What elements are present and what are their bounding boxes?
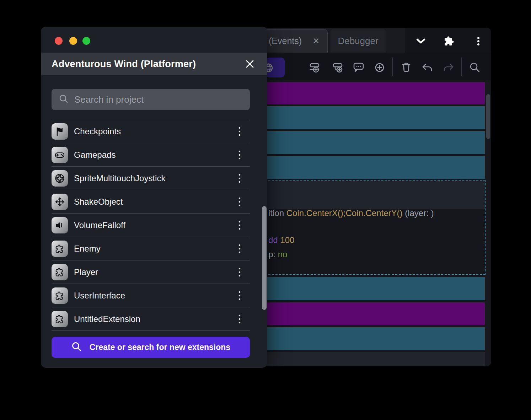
project-search[interactable]	[52, 89, 250, 110]
macos-close-button[interactable]	[55, 37, 63, 45]
macos-zoom-button[interactable]	[82, 37, 90, 45]
gamepad-icon	[52, 147, 68, 163]
list-item-label: Gamepads	[74, 150, 116, 160]
code-fragment: 100	[280, 235, 294, 245]
list-item-label: Player	[74, 267, 98, 277]
project-manager-header: Adventurous Wind (Platformer)	[41, 53, 267, 75]
create-extension-button[interactable]: Create or search for new extensions	[52, 337, 250, 358]
event-row[interactable]	[265, 82, 485, 104]
tab-debugger[interactable]: Debugger	[331, 29, 386, 53]
list-item-spritemultitouchjoystick[interactable]: SpriteMultitouchJoystick	[41, 167, 267, 190]
code-fragment: Coin.CenterX();Coin.CenterY()	[286, 208, 403, 218]
event-row-selected[interactable]: ition Coin.CenterX();Coin.CenterY() (lay…	[265, 180, 486, 275]
list-item-label: VolumeFalloff	[74, 220, 125, 230]
joystick-icon	[52, 170, 68, 187]
globe-button[interactable]	[266, 58, 285, 77]
move-arrows-icon	[52, 194, 68, 210]
project-title: Adventurous Wind (Platformer)	[52, 59, 196, 70]
globe-icon	[266, 61, 275, 75]
item-menu-icon[interactable]	[238, 314, 241, 324]
list-item-shakeobject[interactable]: ShakeObject	[41, 190, 267, 214]
item-menu-icon[interactable]	[238, 244, 241, 254]
search-events-icon[interactable]	[468, 60, 482, 75]
macos-minimize-button[interactable]	[69, 37, 77, 45]
item-menu-icon[interactable]	[238, 150, 241, 160]
event-condition-text: ition Coin.CenterX();Coin.CenterY() (lay…	[268, 208, 434, 218]
code-fragment: (layer: )	[402, 208, 434, 218]
tab-close-icon[interactable]: ✕	[313, 37, 320, 45]
chevron-down-icon[interactable]	[414, 35, 427, 48]
add-event-icon[interactable]	[308, 60, 322, 75]
list-item-volumefalloff[interactable]: VolumeFalloff	[41, 214, 267, 237]
event-action-text: p: no	[268, 249, 287, 259]
item-menu-icon[interactable]	[238, 267, 241, 277]
toolbar-divider	[461, 58, 462, 76]
list-item-label: UserInterface	[74, 291, 125, 301]
code-fragment: no	[278, 249, 288, 259]
panel-scrollbar-thumb[interactable]	[262, 206, 267, 310]
event-row[interactable]	[265, 277, 485, 300]
item-menu-icon[interactable]	[238, 220, 241, 230]
puzzle-icon	[52, 264, 68, 280]
list-item-label: Checkpoints	[74, 126, 121, 136]
toolbar-divider	[392, 58, 393, 76]
list-item-gamepads[interactable]: Gamepads	[41, 143, 267, 167]
kebab-menu-icon[interactable]	[472, 35, 485, 48]
list-item-label: Enemy	[74, 244, 101, 254]
search-icon	[59, 94, 69, 105]
add-sub-event-icon[interactable]	[331, 60, 345, 75]
list-item-label: SpriteMultitouchJoystick	[74, 173, 165, 183]
item-menu-icon[interactable]	[238, 173, 241, 183]
undo-icon[interactable]	[420, 60, 434, 75]
event-condition-block[interactable]	[266, 181, 485, 209]
tab-debugger-label: Debugger	[338, 36, 378, 47]
code-fragment: ition	[268, 208, 286, 218]
event-action-text: dd 100	[268, 235, 294, 245]
list-item-userinterface[interactable]: UserInterface	[41, 284, 267, 307]
flag-icon	[52, 123, 68, 140]
list-item-player[interactable]: Player	[41, 260, 267, 284]
tab-events-label: (Events)	[269, 36, 302, 46]
events-footer	[265, 352, 485, 366]
code-fragment: dd	[268, 235, 280, 245]
add-circle-icon[interactable]	[372, 60, 387, 75]
project-manager-panel: Adventurous Wind (Platformer) Checkpoint…	[41, 27, 267, 368]
event-row[interactable]	[265, 106, 485, 129]
event-row[interactable]	[265, 131, 485, 154]
search-input[interactable]	[74, 94, 243, 105]
trash-icon[interactable]	[399, 60, 413, 75]
event-row[interactable]	[265, 302, 485, 325]
extensions-puzzle-icon[interactable]	[442, 35, 455, 48]
list-item-label: ShakeObject	[74, 197, 123, 207]
speaker-icon	[52, 217, 68, 233]
item-menu-icon[interactable]	[238, 197, 241, 207]
extensions-list: Checkpoints Gamepads	[41, 120, 267, 331]
code-fragment: p:	[268, 249, 278, 259]
close-icon[interactable]	[245, 59, 255, 69]
redo-icon[interactable]	[441, 60, 456, 75]
item-menu-icon[interactable]	[238, 126, 241, 136]
add-comment-icon[interactable]	[352, 60, 366, 75]
puzzle-icon	[52, 287, 68, 304]
search-icon	[71, 341, 82, 354]
tab-bar-controls	[405, 28, 491, 53]
list-item-untitledextension[interactable]: UntitledExtension	[41, 307, 267, 331]
item-menu-icon[interactable]	[238, 291, 241, 301]
list-item-enemy[interactable]: Enemy	[41, 237, 267, 260]
puzzle-icon	[52, 241, 68, 257]
events-scrollbar-thumb[interactable]	[486, 94, 490, 139]
event-row[interactable]	[265, 156, 485, 179]
puzzle-icon	[52, 311, 68, 327]
list-item-label: UntitledExtension	[74, 314, 140, 324]
list-item-checkpoints[interactable]: Checkpoints	[41, 120, 267, 143]
create-extension-label: Create or search for new extensions	[90, 343, 230, 352]
event-row[interactable]	[265, 327, 485, 350]
